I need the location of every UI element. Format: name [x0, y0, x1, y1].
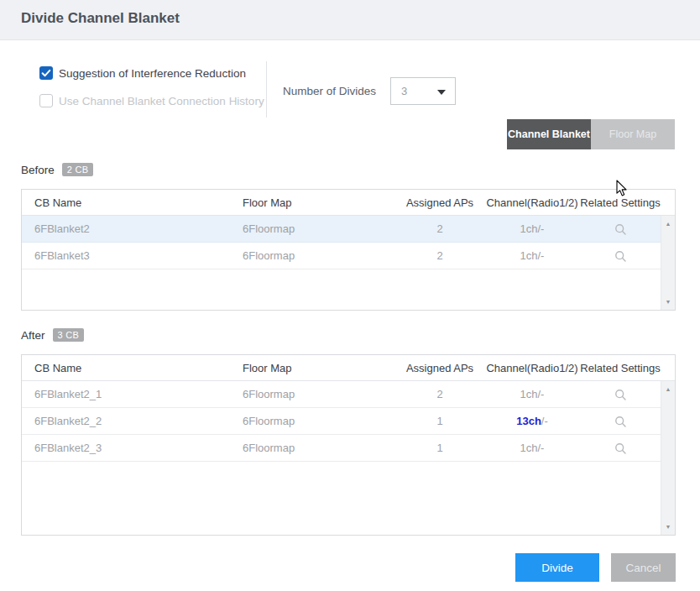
- assigned-aps-cell: 1: [394, 442, 486, 454]
- cb-name-cell: 6FBlanket2_2: [22, 415, 230, 427]
- history-checkbox[interactable]: [39, 94, 53, 107]
- before-count-badge: 2 CB: [62, 163, 94, 176]
- channel-cell: 1ch/-: [486, 442, 578, 454]
- col-floor-map: Floor Map: [230, 196, 394, 209]
- magnifier-icon[interactable]: [614, 223, 627, 236]
- magnifier-icon[interactable]: [614, 416, 627, 428]
- before-table: CB Name Floor Map Assigned APs Channel(R…: [21, 189, 676, 311]
- divide-button[interactable]: Divide: [515, 553, 599, 582]
- before-table-scrollbar[interactable]: ▲ ▼: [661, 216, 675, 310]
- related-settings-cell: [578, 248, 662, 262]
- floor-map-cell: 6Floormap: [230, 442, 394, 454]
- floor-map-cell: 6Floormap: [230, 249, 394, 262]
- after-label: After: [21, 329, 45, 342]
- assigned-aps-cell: 1: [394, 415, 486, 427]
- tab-channel-blanket[interactable]: Channel Blanket: [507, 119, 591, 149]
- options-divider: [266, 61, 267, 118]
- interference-checkbox-row[interactable]: Suggestion of Interference Reduction: [39, 66, 246, 80]
- assigned-aps-cell: 2: [394, 249, 486, 262]
- channel-cell: 13ch/-: [486, 415, 578, 427]
- after-count-badge: 3 CB: [53, 328, 85, 342]
- scroll-down-arrow[interactable]: ▼: [661, 524, 675, 530]
- table-row[interactable]: 6FBlanket2_16Floormap21ch/-: [22, 381, 675, 408]
- cb-name-cell: 6FBlanket2_3: [22, 442, 230, 454]
- related-settings-cell: [578, 414, 662, 427]
- checkmark-icon: [39, 66, 53, 80]
- dialog-header: Divide Channel Blanket: [0, 0, 700, 40]
- floor-map-cell: 6Floormap: [230, 415, 394, 427]
- cb-name-cell: 6FBlanket2_1: [22, 388, 230, 400]
- related-settings-cell: [578, 387, 662, 400]
- magnifier-icon[interactable]: [614, 442, 627, 455]
- before-section-label: Before 2 CB: [21, 163, 93, 176]
- floor-map-cell: 6Floormap: [230, 222, 394, 235]
- table-row[interactable]: 6FBlanket2_26Floormap113ch/-: [22, 408, 675, 435]
- channel-cell: 1ch/-: [486, 388, 578, 400]
- scroll-down-arrow[interactable]: ▼: [661, 299, 675, 305]
- chevron-down-icon: [437, 90, 446, 95]
- col-channel: Channel(Radio1/2): [486, 196, 578, 209]
- col-cb-name: CB Name: [22, 362, 230, 374]
- related-settings-cell: [578, 441, 662, 454]
- scroll-up-arrow[interactable]: ▲: [661, 221, 675, 227]
- channel-cell: 1ch/-: [486, 249, 578, 262]
- col-related-settings: Related Settings: [578, 196, 662, 209]
- view-toggle: Channel Blanket Floor Map: [507, 119, 675, 149]
- scroll-up-arrow[interactable]: ▲: [661, 386, 675, 392]
- cancel-button[interactable]: Cancel: [611, 553, 676, 582]
- cb-name-cell: 6FBlanket3: [22, 249, 230, 262]
- before-table-body: 6FBlanket26Floormap21ch/-6FBlanket36Floo…: [22, 216, 675, 310]
- number-of-divides-select[interactable]: 3: [390, 77, 456, 105]
- col-cb-name: CB Name: [22, 196, 230, 209]
- history-checkbox-label: Use Channel Blanket Connection History: [59, 95, 264, 107]
- col-assigned-aps: Assigned APs: [394, 196, 486, 209]
- history-checkbox-row: Use Channel Blanket Connection History: [39, 94, 264, 107]
- table-row[interactable]: 6FBlanket2_36Floormap11ch/-: [22, 435, 675, 462]
- col-related-settings: Related Settings: [578, 362, 662, 374]
- after-table-body: 6FBlanket2_16Floormap21ch/-6FBlanket2_26…: [22, 381, 675, 535]
- number-of-divides-label: Number of Divides: [283, 85, 376, 97]
- interference-checkbox-label: Suggestion of Interference Reduction: [59, 67, 246, 80]
- magnifier-icon[interactable]: [614, 250, 627, 263]
- page-title: Divide Channel Blanket: [21, 10, 180, 27]
- after-section-label: After 3 CB: [21, 328, 84, 342]
- before-label: Before: [21, 164, 55, 176]
- assigned-aps-cell: 2: [394, 222, 486, 235]
- table-row[interactable]: 6FBlanket36Floormap21ch/-: [22, 243, 675, 269]
- col-channel: Channel(Radio1/2): [486, 362, 578, 374]
- after-table-header: CB Name Floor Map Assigned APs Channel(R…: [22, 355, 675, 381]
- before-table-header: CB Name Floor Map Assigned APs Channel(R…: [22, 190, 675, 216]
- related-settings-cell: [578, 222, 662, 235]
- floor-map-cell: 6Floormap: [230, 388, 394, 400]
- col-assigned-aps: Assigned APs: [394, 362, 486, 374]
- number-of-divides-value: 3: [401, 85, 407, 97]
- interference-checkbox[interactable]: [39, 66, 53, 80]
- channel-cell: 1ch/-: [486, 222, 578, 235]
- assigned-aps-cell: 2: [394, 388, 486, 400]
- after-table: CB Name Floor Map Assigned APs Channel(R…: [21, 354, 676, 536]
- tab-floor-map[interactable]: Floor Map: [591, 119, 675, 149]
- after-table-scrollbar[interactable]: ▲ ▼: [661, 381, 675, 535]
- col-floor-map: Floor Map: [230, 362, 394, 374]
- table-row[interactable]: 6FBlanket26Floormap21ch/-: [22, 216, 675, 243]
- cb-name-cell: 6FBlanket2: [22, 222, 230, 235]
- magnifier-icon[interactable]: [614, 389, 627, 401]
- divide-channel-blanket-dialog: Divide Channel Blanket Suggestion of Int…: [0, 0, 700, 591]
